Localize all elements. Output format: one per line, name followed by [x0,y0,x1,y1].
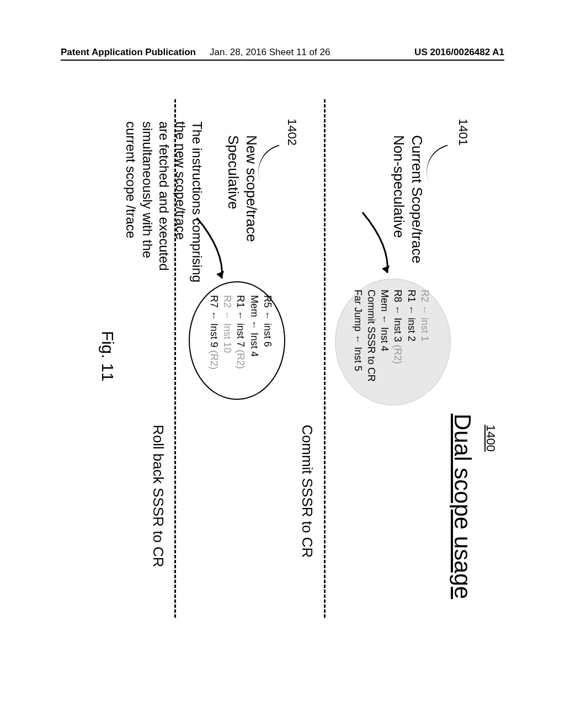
rollback-text: Roll back SSSR to CR [150,425,167,568]
bubble2-instructions: R5 ← inst 6 Mem ← Inst 4 R1 ← inst 7 (R2… [207,295,274,370]
new-scope-label: New scope/trace Speculative [225,135,260,242]
explain-l4: simultaneously with the [139,121,156,282]
inst-text: R8 ← Inst 3 [392,290,403,345]
explanation-text: The instructions comprising the new scop… [122,121,205,282]
header-right: US 2016/0026482 A1 [414,47,504,58]
inst-text: R1 ← inst 7 [235,295,246,350]
inst-line: R1 ← inst 7 (R2) [234,295,247,370]
reference-number-1402: 1402 [285,119,299,146]
divider-1 [324,99,326,618]
explain-l5: current scope /trace [122,121,139,282]
inst-text: R2 ← Inst 10 [222,295,233,353]
page: Patent Application Publication Jan. 28, … [0,0,565,728]
inst-line: R2 ← Inst 10 [221,295,234,370]
inst-text: R7 ← Inst 9 [209,295,220,350]
new-scope-line1: New scope/trace [243,135,261,242]
inst-line: R2 ← inst 1 [418,290,431,382]
inst-line: R1 ← inst 2 [404,290,418,382]
reference-number-1400: 1400 [483,425,498,452]
inst-text: R2 ← inst 1 [419,290,430,341]
arrow-1 [360,210,393,281]
inst-line: Commit SSSR to CR [365,290,378,382]
figure-diagram: 1400 Dual scope usage 1401 Current Scope… [84,88,481,640]
explain-l2: the new scope/trace [172,121,189,282]
reference-number-1401: 1401 [456,119,470,146]
bubble1-instructions: R2 ← inst 1 R1 ← inst 2 R8 ← Inst 3 (R2)… [351,290,431,382]
header-rule [61,60,504,61]
figure-label: Fig. 11 [98,331,117,382]
inst-line: R7 ← Inst 9 (R2) [207,295,221,370]
current-scope-line1: Current Scope/trace [408,135,427,264]
inst-line: Far Jump ← Inst 5 [351,290,364,382]
main-title: Dual scope usage [449,414,476,599]
inst-line: R5 ← inst 6 [261,295,274,370]
current-scope-label: Current Scope/trace Non-speculative [390,135,426,264]
header-left: Patent Application Publication [61,47,196,58]
explain-l1: The instructions comprising [189,121,205,282]
inst-reg-source: (R2) [235,350,246,369]
inst-line: Mem ← Inst 4 [378,290,391,382]
explain-l3: are fetched and executed [156,121,172,282]
inst-line: Mem ← Inst 4 [247,295,260,370]
inst-reg-source: (R2) [209,350,220,370]
inst-reg-source: (R2) [392,345,403,364]
inst-line: R8 ← Inst 3 (R2) [391,290,404,382]
header-middle: Jan. 28, 2016 Sheet 11 of 26 [210,47,330,58]
commit-text: Commit SSSR to CR [299,425,316,558]
